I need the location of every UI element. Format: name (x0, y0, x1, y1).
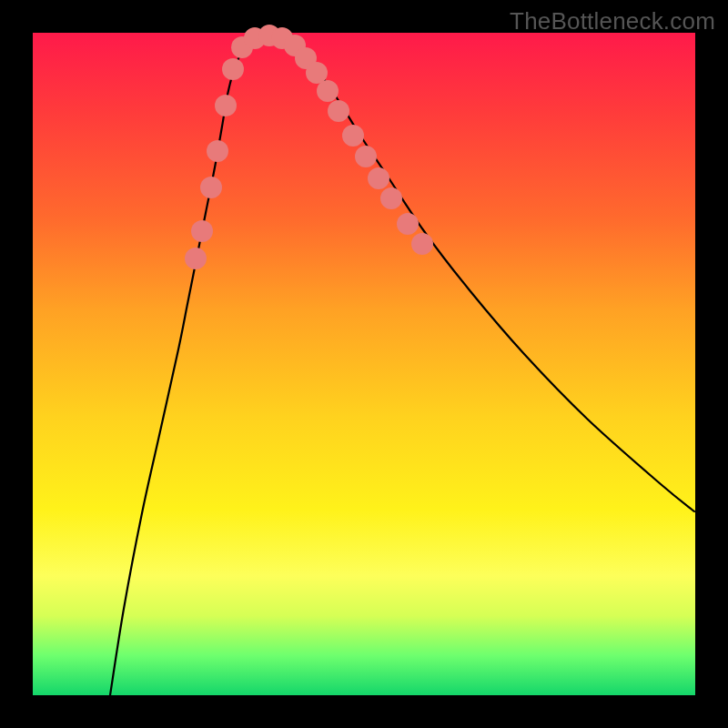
watermark-text: TheBottleneck.com (510, 7, 715, 35)
curve-marker (207, 140, 228, 162)
curve-marker (380, 187, 402, 209)
curve-overlay (33, 33, 695, 695)
curve-marker (355, 146, 377, 167)
chart-frame: TheBottleneck.com (0, 0, 728, 728)
bottleneck-curve (110, 35, 694, 695)
curve-marker (215, 95, 237, 116)
curve-marker (342, 125, 364, 147)
curve-marker (397, 213, 419, 235)
plot-area (33, 33, 695, 695)
marker-group (185, 25, 433, 269)
curve-marker (306, 62, 328, 84)
curve-marker (222, 58, 244, 80)
curve-marker (368, 167, 389, 189)
curve-marker (200, 177, 222, 198)
curve-marker (328, 100, 349, 122)
curve-marker (411, 233, 433, 255)
curve-marker (317, 80, 339, 102)
curve-marker (191, 220, 213, 242)
curve-marker (185, 248, 207, 269)
